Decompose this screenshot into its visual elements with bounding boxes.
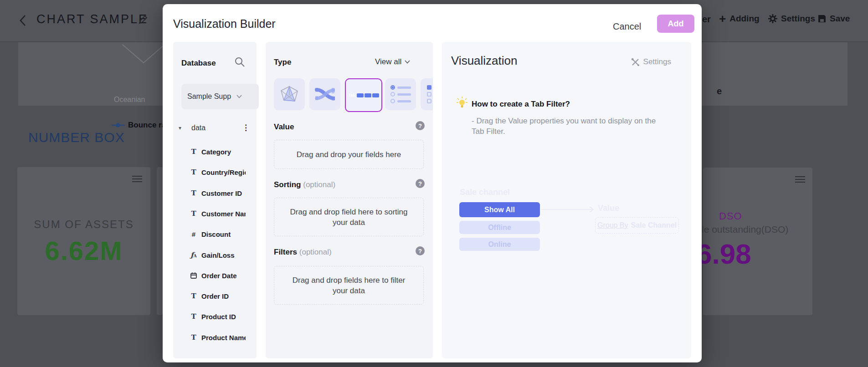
type-title: Type [274, 58, 291, 67]
kebab-menu-icon[interactable]: ⋮ [240, 123, 252, 133]
hint-title: How to create a Tab Filter? [472, 100, 570, 109]
type-tile-row: Tab [274, 78, 433, 113]
hint-body: - Drag the Value properties you want to … [472, 116, 657, 137]
calendar-field-icon [190, 272, 197, 279]
field-item-customer-id[interactable]: TCustomer ID [190, 189, 250, 198]
value-title: Value [274, 122, 294, 132]
sorting-dropzone[interactable]: Drag and drop field here to sorting your… [274, 198, 424, 236]
database-panel: Database Sample Supp ▾ data ⋮ TCategoryT… [173, 42, 257, 358]
tools-icon [631, 58, 640, 66]
number-box-card-partial [157, 167, 163, 315]
plus-icon: + [719, 14, 726, 23]
tree-collapse-caret[interactable]: ▾ [179, 125, 191, 131]
visualization-panel: Visualization Settings How to create a T… [442, 42, 691, 358]
value-dropzone-text: Drag and drop your fields here [297, 149, 401, 160]
funnel-outline-shape [122, 43, 165, 64]
metric-label: le outstanding(DSO) [702, 224, 788, 235]
lightbulb-icon [457, 97, 467, 108]
topbar-partial-text: er [702, 14, 711, 25]
chevron-down-icon [405, 60, 410, 64]
field-item-customer-name[interactable]: TCustomer Name [190, 209, 250, 218]
field-item-product-name[interactable]: TProduct Name [190, 333, 250, 342]
type-tile-tab-filter[interactable]: Tab [345, 78, 382, 112]
edit-pencil-icon [138, 15, 148, 25]
text-field-icon: T [190, 148, 197, 156]
field-item-discount[interactable]: #Discount [190, 229, 250, 239]
field-label: Product Name [201, 334, 246, 342]
view-all-button[interactable]: View all [375, 57, 410, 66]
metric-tag: DSO [719, 210, 742, 222]
type-tile-sankey-chart[interactable] [309, 78, 340, 110]
type-tile-multi-select-list[interactable] [421, 78, 433, 110]
type-tile-single-select-list[interactable] [385, 78, 416, 110]
chart-card-partial-text: e [717, 86, 722, 97]
field-label: Product ID [201, 313, 246, 321]
number-field-icon: # [190, 230, 197, 238]
data-source-select[interactable]: Sample Supp [181, 84, 259, 109]
preview-group-by-box: Group By Sale Channel [595, 217, 679, 234]
radar-3d-chart-icon [280, 85, 299, 103]
metric-label: SUM OF ASSETS [17, 218, 150, 231]
tree-root-label: data [191, 124, 240, 132]
visualization-title: Visualization [451, 54, 518, 68]
sankey-chart-icon [315, 86, 335, 102]
sorting-optional-label: (optional) [303, 180, 335, 189]
field-item-gain-loss[interactable]: ƒAGain/Loss [190, 250, 250, 260]
preview-group-by-value: Sale Channel [631, 221, 677, 229]
field-label: Category [201, 148, 246, 156]
filters-title: Filters (optional) [274, 248, 332, 257]
preview-group-label: Sale channel [460, 188, 510, 197]
chevron-down-icon [236, 95, 242, 98]
filters-help-icon[interactable]: ? [416, 246, 425, 255]
metric-value: 6.98 [696, 238, 751, 270]
preview-value-label: Value [598, 204, 619, 213]
cancel-button[interactable]: Cancel [613, 21, 641, 32]
sorting-title: Sorting (optional) [274, 180, 335, 189]
card-menu-icon [795, 176, 805, 183]
adding-button: + Adding [719, 14, 760, 24]
back-icon [19, 15, 26, 26]
text-field-icon: T [190, 292, 197, 300]
dashboard-title: CHART SAMPLE [36, 12, 148, 26]
preview-button-offline: Offline [459, 221, 540, 234]
tree-root-row[interactable]: ▾ data ⋮ [179, 123, 252, 133]
section-title: NUMBER BOX [28, 130, 125, 145]
filters-optional-label: (optional) [299, 248, 332, 256]
field-item-product-id[interactable]: TProduct ID [190, 312, 250, 321]
field-item-order-date[interactable]: Order Date [190, 271, 250, 280]
filters-dropzone-text: Drag and drop fields here to filter your… [290, 275, 408, 296]
text-field-icon: T [190, 333, 197, 342]
field-label: Discount [201, 230, 246, 238]
text-field-icon: T [190, 168, 197, 176]
type-tile-radar-3d-chart[interactable] [274, 78, 305, 110]
search-icon[interactable] [234, 56, 245, 67]
value-dropzone[interactable]: Drag and drop your fields here [274, 140, 424, 169]
field-item-category[interactable]: TCategory [190, 147, 250, 156]
database-title: Database [181, 59, 216, 68]
field-label: Country/Region [201, 168, 246, 176]
add-button[interactable]: Add [657, 15, 694, 33]
preview-arrow-icon [541, 206, 596, 213]
multi-select-list-icon [427, 85, 433, 103]
text-field-icon: T [190, 209, 197, 218]
visualization-builder-modal: Visualization Builder Cancel Add Databas… [163, 4, 702, 362]
field-item-country-region[interactable]: TCountry/Region [190, 168, 250, 177]
settings-button: Settings [768, 14, 815, 24]
single-select-list-icon [390, 85, 411, 103]
modal-title: Visualization Builder [173, 17, 276, 31]
field-item-order-id[interactable]: TOrder ID [190, 291, 250, 301]
number-box-card-assets: SUM OF ASSETS 6.62M [17, 167, 150, 315]
field-label: Order Date [201, 272, 246, 280]
sorting-help-icon[interactable]: ? [416, 179, 425, 188]
card-menu-icon [132, 175, 142, 183]
field-label: Customer ID [201, 189, 246, 197]
save-floppy-icon [818, 15, 826, 23]
preview-group-by-label: Group By [597, 221, 628, 229]
field-label: Customer Name [201, 210, 246, 218]
text-field-icon: T [190, 312, 197, 321]
field-label: Order ID [201, 292, 246, 300]
visualization-settings-button[interactable]: Settings [631, 57, 671, 66]
type-panel: Type View all [266, 42, 433, 358]
value-help-icon[interactable]: ? [416, 121, 425, 130]
filters-dropzone[interactable]: Drag and drop fields here to filter your… [274, 266, 424, 305]
